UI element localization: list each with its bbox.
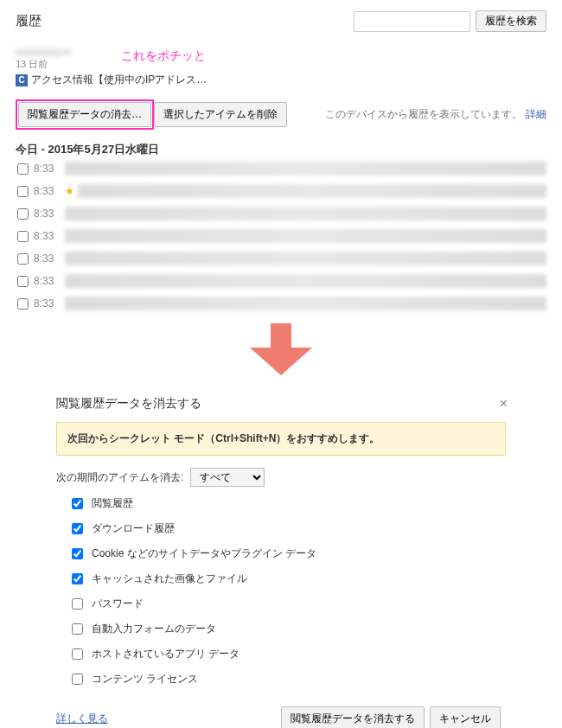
clear-option-checkbox[interactable] (72, 498, 83, 509)
search-button[interactable]: 履歴を検索 (476, 10, 546, 32)
history-row: 8:33★ (16, 180, 546, 202)
learn-more-link[interactable]: 詳しく見る (56, 712, 108, 726)
cancel-button[interactable]: キャンセル (430, 706, 501, 728)
history-search-input[interactable] (354, 11, 470, 32)
delete-selected-button[interactable]: 選択したアイテムを削除 (154, 102, 287, 127)
history-row-checkbox[interactable] (17, 276, 29, 287)
history-time: 8:33 (34, 185, 65, 197)
clear-option-row: キャッシュされた画像とファイル (68, 571, 506, 587)
clear-option-row: パスワード (68, 596, 506, 612)
device-note: このデバイスから履歴を表示しています。詳細 (325, 107, 546, 122)
clear-option-row: ホストされているアプリ データ (68, 646, 506, 662)
clear-option-label: Cookie などのサイトデータやプラグイン データ (92, 546, 316, 561)
history-row: 8:33 (16, 157, 546, 180)
history-entry-blurred[interactable] (65, 274, 546, 288)
history-time: 8:33 (34, 230, 65, 242)
history-time: 8:33 (34, 163, 65, 175)
dialog-title: 閲覧履歴データを消去する (56, 396, 506, 412)
history-row-checkbox[interactable] (17, 231, 29, 242)
info-badge-icon: C (16, 74, 28, 86)
history-row: 8:33 (16, 202, 546, 225)
clear-option-row: ダウンロード履歴 (68, 520, 506, 537)
details-link[interactable]: 詳細 (526, 108, 546, 120)
history-entry-blurred[interactable] (65, 162, 546, 176)
history-row-checkbox[interactable] (17, 208, 29, 220)
clear-option-checkbox[interactable] (72, 674, 83, 685)
history-time: 8:33 (34, 208, 65, 220)
period-label: 次の期間のアイテムを消去: (56, 470, 183, 485)
history-row: 8:33 (16, 270, 546, 292)
star-icon: ★ (65, 185, 74, 197)
clear-option-row: 閲覧履歴 (68, 495, 506, 512)
clear-option-checkbox[interactable] (72, 523, 83, 534)
history-entry-blurred[interactable] (65, 229, 546, 243)
clear-option-row: コンテンツ ライセンス (68, 671, 506, 687)
clear-option-label: コンテンツ ライセンス (92, 672, 198, 686)
history-entry-blurred[interactable] (65, 297, 546, 310)
incognito-banner: 次回からシークレット モード（Ctrl+Shift+N）をおすすめします。 (56, 422, 506, 456)
history-entry-blurred[interactable] (65, 207, 546, 220)
annotation-click-this: これをポチッと (121, 48, 206, 64)
history-row: 8:33 (16, 225, 546, 247)
clear-option-checkbox[interactable] (72, 623, 83, 635)
clear-option-label: パスワード (92, 597, 144, 611)
svg-marker-0 (250, 323, 312, 375)
history-entry-blurred[interactable] (65, 252, 546, 265)
history-row-checkbox[interactable] (17, 186, 29, 197)
clear-browsing-data-button[interactable]: 閲覧履歴データの消去… (18, 102, 151, 127)
history-time: 8:33 (34, 252, 65, 265)
close-icon[interactable]: × (500, 396, 508, 412)
clear-option-row: 自動入力フォームのデータ (68, 621, 506, 637)
history-time: 8:33 (34, 275, 65, 287)
history-row-checkbox[interactable] (17, 253, 29, 265)
history-entry-blurred[interactable] (78, 184, 546, 198)
history-row: 8:33 (16, 292, 546, 315)
clear-option-label: 閲覧履歴 (92, 496, 133, 511)
history-row-checkbox[interactable] (17, 163, 29, 175)
clear-option-checkbox[interactable] (72, 598, 83, 610)
down-arrow-icon (16, 323, 546, 375)
clear-option-label: キャッシュされた画像とファイル (92, 572, 247, 586)
clear-option-row: Cookie などのサイトデータやプラグイン データ (68, 546, 506, 562)
confirm-clear-button[interactable]: 閲覧履歴データを消去する (281, 706, 425, 728)
history-time: 8:33 (34, 297, 65, 310)
clear-option-checkbox[interactable] (72, 548, 83, 559)
clear-option-label: ホストされているアプリ データ (92, 647, 239, 661)
clear-option-checkbox[interactable] (72, 648, 83, 660)
user-name-blurred: xxxxxxxxx ▾ (16, 46, 546, 58)
page-title: 履歴 (16, 13, 42, 29)
period-select[interactable]: すべて (190, 468, 265, 487)
clear-option-checkbox[interactable] (72, 573, 83, 584)
history-row-checkbox[interactable] (17, 298, 29, 310)
clear-option-label: 自動入力フォームのデータ (92, 622, 216, 636)
date-heading: 今日 - 2015年5月27日水曜日 (16, 142, 546, 157)
history-row: 8:33 (16, 247, 546, 270)
relative-age: 13 日前 (16, 58, 546, 71)
access-info: アクセス情報【使用中のIPアドレス… (31, 73, 207, 86)
clear-option-label: ダウンロード履歴 (92, 521, 175, 536)
